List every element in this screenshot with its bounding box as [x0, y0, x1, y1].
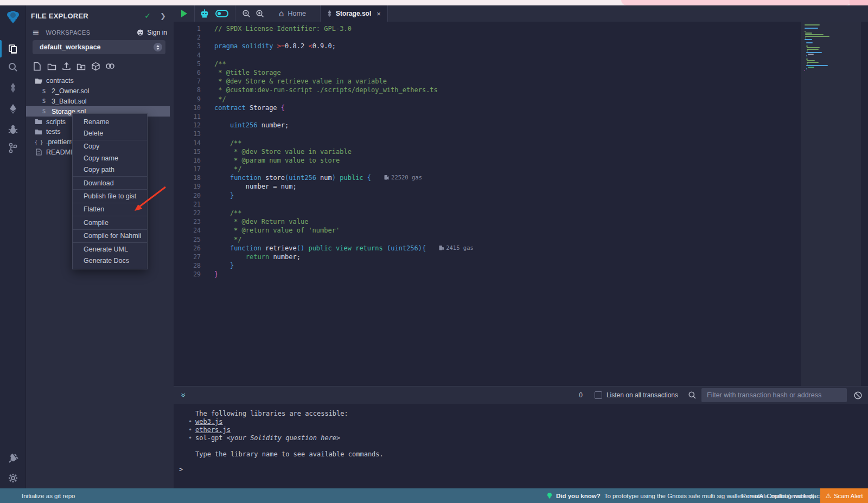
collapse-terminal-icon[interactable]: »: [178, 392, 188, 397]
new-folder-icon[interactable]: [47, 61, 56, 71]
code-line: 12 uint256 number;: [174, 121, 797, 130]
terminal-line: The following libraries are accessible:: [174, 410, 868, 418]
browser-artifact-pill-right: [850, 0, 868, 5]
code-line: 15 * @dev Store value in variable: [174, 147, 797, 156]
terminal-header: » 0 Listen on all transactions: [174, 386, 868, 404]
code-line: 28 }: [174, 261, 797, 270]
code-line: 29}: [174, 270, 797, 279]
remix-logo-icon[interactable]: [0, 9, 26, 25]
code-line: 8 * @custom:dev-run-script ./scripts/dep…: [174, 86, 797, 94]
close-tab-icon[interactable]: ×: [376, 10, 381, 18]
icon-rail: [0, 5, 26, 488]
tab-storage-sol[interactable]: Storage.sol ×: [320, 5, 388, 22]
workspace-stepper-icon: [154, 43, 162, 51]
terminal-prompt[interactable]: >: [174, 466, 868, 474]
code-line: 11: [174, 112, 797, 121]
block-icon[interactable]: [853, 391, 863, 400]
code-line: 4: [174, 51, 797, 60]
menu-item-copy-path[interactable]: Copy path: [73, 164, 147, 176]
code-line: 13: [174, 130, 797, 138]
folder-icon: [34, 129, 43, 135]
init-git-repo-button[interactable]: Initialize as git repo: [22, 488, 75, 503]
lightbulb-icon: [547, 492, 552, 500]
chevron-right-icon[interactable]: ❯: [160, 12, 166, 20]
main-area: ⌂ Home Storage.sol × 1// SPDX-License-Id…: [174, 5, 868, 488]
file-explorer-icon[interactable]: [0, 41, 26, 57]
settings-gear-icon[interactable]: [0, 470, 26, 486]
menu-item-delete[interactable]: Delete: [73, 127, 147, 139]
workspaces-label: WORKSPACES: [46, 29, 90, 36]
terminal-link-web3-js[interactable]: web3.js: [195, 418, 223, 425]
folder-open-icon: [34, 78, 43, 84]
ai-copilot-icon[interactable]: [200, 9, 209, 18]
home-icon: ⌂: [279, 9, 284, 18]
code-line: 17 */: [174, 165, 797, 173]
terminal-search-icon: [688, 391, 697, 399]
menu-item-generate-docs[interactable]: Generate Docs: [73, 255, 147, 266]
terminal-link-ethers-js[interactable]: ethers.js: [195, 426, 231, 434]
link-icon[interactable]: [105, 61, 115, 71]
zoom-in-icon[interactable]: [256, 9, 265, 18]
remix-ide-window: FILE EXPLORER ✓ ❯ ≡ WORKSPACES Sign in d…: [0, 0, 868, 503]
code-line: 14 /**: [174, 138, 797, 147]
github-icon: [136, 29, 144, 36]
code-line: 3pragma solidity >=0.8.2 <0.9.0;: [174, 42, 797, 50]
gas-estimate-badge: 22520 gas: [384, 174, 422, 180]
copilot-toggle[interactable]: [215, 10, 228, 17]
cube-icon[interactable]: [91, 61, 100, 71]
transaction-filter-input[interactable]: [701, 388, 847, 402]
editor-minimap[interactable]: [801, 22, 861, 386]
menu-item-copy[interactable]: Copy: [73, 141, 147, 152]
menu-item-compile-for-nahmii[interactable]: Compile for Nahmii: [73, 230, 147, 242]
git-icon[interactable]: [0, 140, 26, 156]
menu-item-generate-uml[interactable]: Generate UML: [73, 243, 147, 255]
terminal-output[interactable]: The following libraries are accessible:•…: [174, 404, 868, 488]
gas-estimate-badge: 2415 gas: [439, 244, 474, 251]
deploy-run-icon[interactable]: [0, 101, 26, 117]
upload-folder-icon[interactable]: [76, 61, 86, 71]
braces-icon: { }: [34, 139, 43, 145]
code-line: 20 }: [174, 191, 797, 200]
code-editor[interactable]: 1// SPDX-License-Identifier: GPL-3.023pr…: [174, 22, 868, 386]
menu-item-copy-name[interactable]: Copy name: [73, 152, 147, 164]
scam-alert-button[interactable]: ⚠ Scam Alert: [820, 488, 868, 503]
code-line: 21: [174, 200, 797, 209]
tree-item-3-ballot-sol[interactable]: S3_Ballot.sol: [26, 96, 174, 107]
code-line: 1// SPDX-License-Identifier: GPL-3.0: [174, 24, 797, 33]
code-line: 19 number = num;: [174, 182, 797, 191]
debugger-icon[interactable]: [0, 121, 26, 138]
tree-item-2-owner-sol[interactable]: S2_Owner.sol: [26, 86, 174, 96]
menu-item-rename[interactable]: Rename: [73, 116, 147, 127]
new-file-icon[interactable]: [32, 61, 42, 71]
listen-checkbox[interactable]: [595, 391, 602, 399]
upload-file-icon[interactable]: [61, 61, 71, 71]
browser-artifact-strip: [0, 0, 868, 5]
solidity-compiler-icon[interactable]: [0, 80, 26, 96]
code-line: 6 * @title Storage: [174, 68, 797, 77]
sign-in-button[interactable]: Sign in: [136, 29, 167, 36]
sol-icon: S: [40, 98, 48, 105]
terminal-line: •ethers.js: [174, 426, 868, 434]
code-line: 7 * @dev Store & retrieve value in a var…: [174, 77, 797, 86]
zoom-out-icon[interactable]: [242, 9, 251, 18]
code-line: 10contract Storage {: [174, 104, 797, 112]
search-icon[interactable]: [0, 59, 26, 75]
code-line: 18 function store(uint256 num) public {2…: [174, 173, 797, 182]
code-line: 2: [174, 33, 797, 42]
code-line: 22 /**: [174, 209, 797, 217]
tab-home[interactable]: ⌂ Home: [271, 5, 320, 22]
sol-icon: S: [40, 108, 48, 115]
annotation-arrow: [119, 175, 179, 224]
workspaces-menu-icon[interactable]: ≡: [32, 29, 39, 36]
run-script-button[interactable]: [181, 10, 187, 17]
terminal-line: •sol-gpt <your Solidity question here>: [174, 434, 868, 442]
workspace-select[interactable]: default_workspace: [33, 40, 165, 54]
plugin-manager-icon[interactable]: [0, 450, 26, 467]
code-line: 23 * @dev Return value: [174, 217, 797, 226]
code-line: 24 * @return value of 'number': [174, 226, 797, 235]
listen-label: Listen on all transactions: [607, 391, 678, 399]
panel-title: FILE EXPLORER: [31, 12, 88, 20]
code-line: 16 * @param num value to store: [174, 156, 797, 165]
tree-item-contracts[interactable]: contracts: [26, 76, 174, 86]
check-icon: ✓: [144, 11, 151, 20]
